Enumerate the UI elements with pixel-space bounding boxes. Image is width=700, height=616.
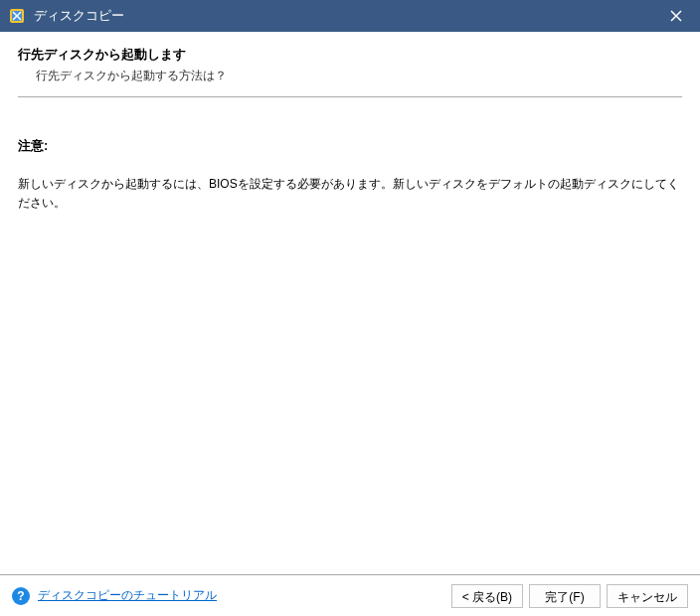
footer: ? ディスクコピーのチュートリアル < 戻る(B) 完了(F) キャンセル [0,574,700,616]
note-label: 注意: [18,137,682,155]
back-button[interactable]: < 戻る(B) [451,584,523,608]
content-area: 行先ディスクから起動します 行先ディスクから起動する方法は？ 注意: 新しいディ… [0,32,700,574]
divider [18,96,682,97]
app-icon [8,7,26,25]
close-button[interactable] [660,0,692,32]
page-heading: 行先ディスクから起動します [18,46,682,64]
note-text: 新しいディスクから起動するには、BIOSを設定する必要があります。新しいディスク… [18,175,682,213]
tutorial-link[interactable]: ディスクコピーのチュートリアル [38,587,217,604]
help-icon[interactable]: ? [12,587,30,605]
page-subheading: 行先ディスクから起動する方法は？ [36,68,682,84]
finish-button[interactable]: 完了(F) [529,584,601,608]
window-title: ディスクコピー [34,7,660,25]
cancel-button[interactable]: キャンセル [607,584,688,608]
titlebar: ディスクコピー [0,0,700,32]
